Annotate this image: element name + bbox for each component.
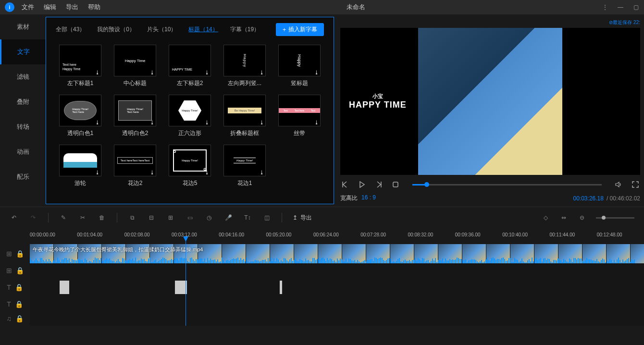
time-ruler[interactable]: 00:00:00.0000:01:04.0000:02:08.0000:03:1… xyxy=(0,228,644,239)
more-icon[interactable]: ⋮ xyxy=(602,4,608,11)
asset-tab-2[interactable]: 片头（10） xyxy=(147,25,176,34)
stop-button[interactable] xyxy=(391,180,400,189)
preset-label: 丝带 xyxy=(294,129,305,137)
menu-export[interactable]: 导出 xyxy=(66,3,78,12)
preset-11[interactable]: Text hereText hereText⭳花边2 xyxy=(110,145,161,187)
preset-5[interactable]: Happy Time!Text here⭳透明白色1 xyxy=(55,95,106,137)
sidebar-item-0[interactable]: 素材 xyxy=(0,14,46,39)
lock-icon[interactable]: 🔒 xyxy=(15,315,24,322)
audio-track-body[interactable] xyxy=(30,311,644,326)
lock-icon[interactable]: 🔒 xyxy=(16,250,24,258)
menu-file[interactable]: 文件 xyxy=(22,3,34,12)
preset-thumb: Happy⭳ xyxy=(223,45,266,76)
sidebar-item-4[interactable]: 转场 xyxy=(0,114,46,139)
zoom-slider[interactable] xyxy=(596,217,634,219)
sidebar-item-5[interactable]: 动画 xyxy=(0,139,46,164)
progress-bar[interactable] xyxy=(412,184,602,185)
asset-tab-4[interactable]: 字幕（19） xyxy=(230,25,260,34)
sidebar-item-6[interactable]: 配乐 xyxy=(0,164,46,189)
crop-icon[interactable]: ⧉ xyxy=(128,213,136,222)
download-icon: ⭳ xyxy=(260,170,264,175)
undo-icon[interactable]: ↶ xyxy=(10,213,18,222)
lock-icon[interactable]: 🔒 xyxy=(15,300,23,308)
ruler-mark: 00:11:44.00 xyxy=(549,232,596,237)
preset-8[interactable]: Be Happy Time!⭳折叠标题框 xyxy=(219,95,270,137)
title-overlay: 小宝 HAPPY TIME xyxy=(349,93,407,110)
delete-icon[interactable]: 🗑 xyxy=(98,213,106,222)
preset-0[interactable]: Text hereHappy Time⭳左下标题1 xyxy=(55,45,106,87)
preset-9[interactable]: TextText hereText⭳丝带 xyxy=(274,95,325,137)
frame-icon[interactable]: ▭ xyxy=(186,213,194,222)
video-track-body[interactable]: 午夜寻花今晚约了个大长腿包臀裙美乳御姐，扣逼揉奶口交舔弄猛操.mp4 xyxy=(30,244,644,263)
preset-7[interactable]: Happy Time!⭳正六边形 xyxy=(164,95,215,137)
text-clip[interactable] xyxy=(280,281,282,294)
lock-icon[interactable]: 🔒 xyxy=(16,267,24,274)
menu-help[interactable]: 帮助 xyxy=(88,3,100,12)
preset-thumb: Happy Time!Text here⭳ xyxy=(114,95,156,126)
download-icon: ⭳ xyxy=(205,70,210,75)
asset-tabs: 全部（43）我的预设（0）片头（10）标题（14）字幕（19） + 插入新字幕 xyxy=(46,17,334,40)
download-icon: ⭳ xyxy=(205,120,210,125)
asset-tab-0[interactable]: 全部（43） xyxy=(56,25,85,34)
mic-icon[interactable]: 🎤 xyxy=(224,213,233,222)
speed-icon[interactable]: ◷ xyxy=(205,213,213,222)
download-icon: ⭳ xyxy=(150,120,155,125)
sidebar-item-2[interactable]: 滤镜 xyxy=(0,64,46,89)
lock-icon[interactable]: 🔒 xyxy=(15,283,23,291)
sidebar-item-1[interactable]: 文字 xyxy=(0,39,46,64)
redo-icon[interactable]: ↷ xyxy=(29,213,37,222)
next-frame-button[interactable] xyxy=(374,180,384,189)
export-button[interactable]: ↥ 导出 xyxy=(293,214,312,222)
insert-subtitle-button[interactable]: + 插入新字幕 xyxy=(276,23,324,36)
aspect-label: 宽高比 xyxy=(340,194,358,202)
split-icon[interactable]: ⊟ xyxy=(147,213,156,222)
download-icon: ⭳ xyxy=(260,70,264,75)
preset-6[interactable]: Happy Time!Text here⭳透明白色2 xyxy=(110,95,161,137)
ruler-mark: 00:09:36.00 xyxy=(455,232,502,237)
preset-4[interactable]: Happy⭳竖标题 xyxy=(274,45,325,87)
mask-icon[interactable]: ◫ xyxy=(262,213,271,222)
preset-10[interactable]: ⭳游轮 xyxy=(55,145,106,187)
ruler-mark: 00:06:24.00 xyxy=(313,232,360,237)
download-icon: ⭳ xyxy=(95,120,100,125)
preset-13[interactable]: Happy Time!⭳花边1 xyxy=(219,145,270,187)
edit-icon[interactable]: ✎ xyxy=(59,213,68,222)
minimize-icon[interactable]: — xyxy=(617,4,624,11)
preset-thumb: Be Happy Time!⭳ xyxy=(223,95,266,126)
preset-12[interactable]: Happy Time!⭳花边5 xyxy=(164,145,215,187)
export-icon: ↥ xyxy=(293,214,297,221)
aspect-value[interactable]: 16 : 9 xyxy=(361,194,376,202)
maximize-icon[interactable]: ▢ xyxy=(632,4,639,11)
download-icon: ⭳ xyxy=(150,70,155,75)
text-track-icon: T xyxy=(7,283,11,291)
plus-icon: + xyxy=(283,26,286,33)
preset-thumb: Happy Time!⭳ xyxy=(169,145,211,176)
play-button[interactable] xyxy=(357,180,367,189)
prev-frame-button[interactable] xyxy=(340,180,350,189)
preset-3[interactable]: Happy⭳左向两列竖... xyxy=(219,45,270,87)
text-style-icon[interactable]: T↕ xyxy=(243,213,252,222)
preset-label: 花边5 xyxy=(183,179,198,187)
text-clip[interactable] xyxy=(185,281,187,294)
text-clip[interactable] xyxy=(67,281,69,294)
fullscreen-icon[interactable] xyxy=(631,180,640,189)
grid-icon[interactable]: ⊞ xyxy=(166,213,175,222)
titlebar: i 文件 编辑 导出 帮助 未命名 ⋮ — ▢ xyxy=(0,0,644,14)
preset-1[interactable]: Happy Time⭳中心标题 xyxy=(110,45,161,87)
text-track-2-body[interactable] xyxy=(30,297,644,311)
zoom-out-icon[interactable]: ⊖ xyxy=(578,213,586,222)
preset-2[interactable]: HAPPY TIME⭳左下标题2 xyxy=(164,45,215,87)
marker-icon[interactable]: ◇ xyxy=(541,213,550,222)
preset-thumb: Happy Time⭳ xyxy=(114,45,156,76)
text-track-body[interactable] xyxy=(30,278,644,297)
fit-icon[interactable]: ⇔ xyxy=(559,213,568,222)
track-2-body[interactable] xyxy=(30,263,644,278)
volume-icon[interactable] xyxy=(614,180,623,189)
cut-icon[interactable]: ✂ xyxy=(78,213,87,222)
asset-tab-1[interactable]: 我的预设（0） xyxy=(97,25,135,34)
asset-tab-3[interactable]: 标题（14） xyxy=(188,25,218,34)
video-preview[interactable]: 小宝 HAPPY TIME xyxy=(340,28,640,175)
preset-thumb: Happy Time!⭳ xyxy=(169,95,211,126)
sidebar-item-3[interactable]: 叠附 xyxy=(0,89,46,114)
menu-edit[interactable]: 编辑 xyxy=(44,3,56,12)
